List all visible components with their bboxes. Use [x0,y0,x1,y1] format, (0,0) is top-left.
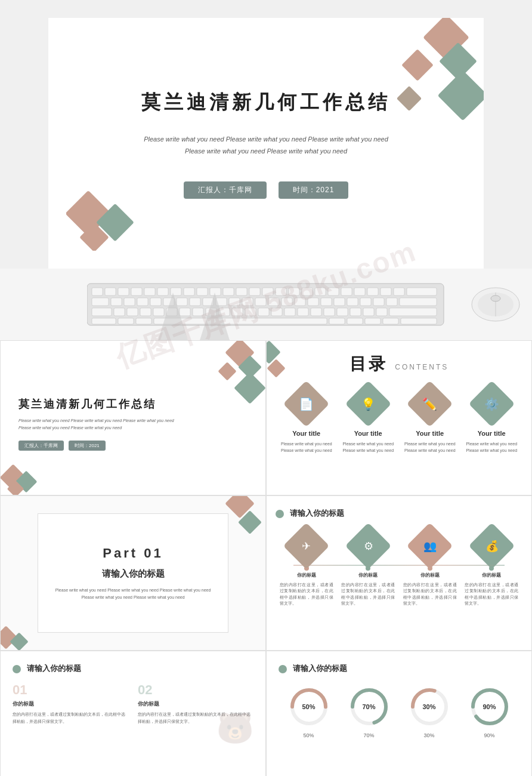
progress-item-1: 50% [288,686,330,728]
progress-val-3: 30% [422,703,435,710]
svg-rect-103 [267,341,281,364]
svg-rect-86 [347,318,363,324]
slide-part01: Part 01 请输入你的标题 Please write what you ne… [0,495,266,651]
flow-connector [293,565,505,566]
svg-rect-32 [394,288,404,295]
contents-decor-tl [267,341,290,383]
part-inner: Part 01 请输入你的标题 Please write what you ne… [38,513,228,633]
svg-rect-34 [92,298,109,306]
svg-rect-4 [397,86,422,111]
svg-rect-75 [324,308,335,316]
progress-item-4: 90% [469,686,511,728]
svg-rect-85 [329,318,345,324]
mini-badge-reporter: 汇报人：千库网 [18,441,64,451]
slide-contents: 目录 CONTENTS 📄 Your title Please write wh… [266,340,532,495]
flow-descs: 您的内容打在这里，或者通过复制粘贴的文本后，在此框中选择粘贴，并选择只保留文字。… [276,582,522,607]
svg-rect-35 [111,298,122,306]
contents-item-2-title: Your title [341,430,395,437]
svg-rect-78 [363,308,374,316]
svg-rect-55 [373,298,384,306]
contents-icon-4: ⚙️ [468,381,515,427]
svg-rect-87 [365,318,381,324]
svg-rect-49 [295,298,305,306]
bottom-right-header: 请输入你的标题 [279,663,519,674]
flow-desc-4: 您的内容打在这里，或者通过复制粘贴的文本后，在此框中选择粘贴，并选择只保留文字。 [465,582,518,607]
svg-rect-88 [383,318,398,324]
contents-icon-3: ✏️ [407,381,453,427]
contents-item-1: 📄 Your title Please write what you need … [280,387,333,454]
svg-rect-24 [289,288,299,295]
document-icon: 📄 [299,397,314,411]
contents-item-1-title: Your title [280,430,333,437]
bottom-col-2-num: 02 [138,682,253,698]
contents-item-4: ⚙️ Your title Please write what you need… [465,387,518,454]
contents-item-2: 💡 Your title Please write what you need … [341,387,395,454]
gear-icon-2: ⚙ [363,540,373,553]
flow-labels: 你的标题 你的标题 你的标题 你的标题 [276,572,522,578]
svg-marker-95 [200,292,230,340]
svg-rect-30 [367,288,378,295]
flow-icon-1: ✈ [283,523,330,569]
pencil-icon: ✏️ [422,397,437,411]
keyboard-image [87,281,445,328]
svg-rect-56 [386,298,397,306]
part-number: Part 01 [103,546,163,561]
svg-rect-52 [334,298,345,306]
svg-rect-10 [105,288,116,295]
svg-rect-27 [328,288,339,295]
flow-label-2: 你的标题 [341,572,395,578]
svg-rect-31 [381,288,391,295]
svg-rect-2 [401,49,434,81]
svg-rect-71 [271,308,282,316]
money-icon: 💰 [485,540,498,553]
svg-rect-23 [276,288,286,295]
svg-rect-77 [350,308,361,316]
flow-label-3: 你的标题 [403,572,457,578]
part-decor-bl [1,614,36,650]
flow-desc-1: 您的内容打在这里，或者通过复制粘贴的文本后，在此框中选择粘贴，并选择只保留文字。 [280,582,333,607]
svg-point-93 [491,295,500,301]
flow-header-dot [276,510,284,518]
hero-badge-reporter: 汇报人：千库网 [184,181,267,199]
bulb-icon: 💡 [361,397,376,411]
contents-item-3: ✏️ Your title Please write what you need… [403,387,457,454]
svg-rect-9 [92,288,103,295]
flow-header: 请输入你的标题 [276,508,522,519]
flow-icon-2: ⚙ [345,523,391,569]
bottom-col-1-num: 01 [13,682,128,698]
progress-circle-3: 30% [409,686,450,728]
svg-rect-25 [302,288,313,295]
progress-label-3: 30% [423,732,434,738]
flow-label-4: 你的标题 [465,572,518,578]
progress-item-3: 30% [409,686,450,728]
svg-rect-22 [262,288,273,295]
slide-mini-hero: 莫兰迪清新几何工作总结 Please write what you need P… [0,340,266,495]
svg-rect-50 [308,298,318,306]
progress-labels: 50% 70% 30% 90% [279,732,519,738]
svg-rect-60 [127,308,138,316]
people-icon: 👥 [423,540,437,553]
flow-icon-4: 💰 [468,523,515,569]
part-subtitle: 请输入你的标题 [102,568,165,580]
svg-rect-11 [118,288,129,295]
svg-rect-59 [114,308,125,316]
bottom-col-1-desc: 您的内容打在这里，或者通过复制粘贴的文本后，在此框中选择粘贴，并选择只保留文字。 [13,711,128,725]
svg-rect-89 [401,318,437,324]
bottom-right-dot [279,665,287,673]
svg-rect-26 [315,288,326,295]
progress-label-4: 90% [484,732,494,738]
contents-item-1-desc: Please write what you need Please write … [280,441,333,454]
bottom-left-header: 请输入你的标题 [13,663,253,674]
hero-decor-top-right [352,18,484,149]
progress-circle-1: 50% [288,686,330,728]
svg-rect-53 [347,298,358,306]
mini-hero-title: 莫兰迪清新几何工作总结 [18,397,174,411]
hero-badge-time: 时间：2021 [279,181,349,199]
contents-item-2-desc: Please write what you need Please write … [341,441,395,454]
progress-circle-4: 90% [469,686,511,728]
svg-rect-74 [311,308,321,316]
bear-decoration: 🐻 [216,711,253,746]
svg-rect-33 [407,288,437,295]
svg-marker-94 [158,292,188,340]
svg-rect-82 [118,318,134,324]
